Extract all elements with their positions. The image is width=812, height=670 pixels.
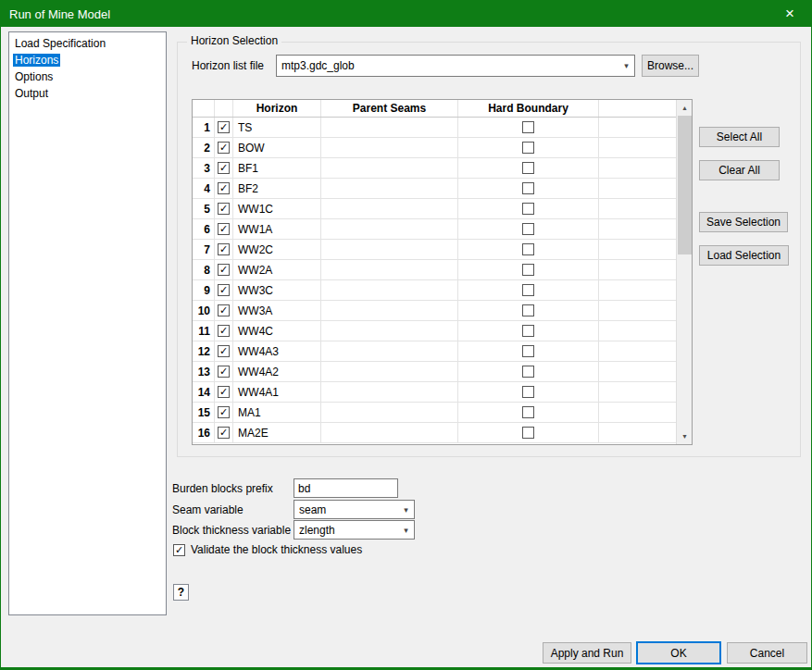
hard-boundary-checkbox[interactable] (522, 345, 534, 357)
validate-thickness-checkbox-row[interactable]: ✓ Validate the block thickness values (173, 543, 362, 556)
horizon-name-cell[interactable]: TS (233, 118, 321, 137)
save-selection-button[interactable]: Save Selection (699, 212, 788, 232)
row-select-checkbox[interactable]: ✓ (218, 182, 230, 194)
horizon-name-cell[interactable]: BF2 (233, 179, 321, 198)
row-select-checkbox[interactable]: ✓ (218, 121, 230, 133)
horizon-list-file-combobox[interactable]: mtp3.gdc_glob ▾ (276, 55, 635, 77)
seam-variable-combobox[interactable]: seam ▾ (294, 500, 415, 519)
scrollbar-thumb[interactable] (678, 116, 692, 254)
parent-seams-cell[interactable] (321, 423, 458, 442)
sidebar-item-load-specification[interactable]: Load Specification (9, 35, 166, 52)
row-select-cell[interactable]: ✓ (215, 260, 233, 279)
hard-boundary-checkbox[interactable] (522, 142, 534, 154)
hard-boundary-cell[interactable] (458, 158, 599, 178)
horizon-name-cell[interactable]: WW2C (233, 240, 321, 259)
hard-boundary-cell[interactable] (458, 423, 599, 442)
row-select-cell[interactable]: ✓ (215, 321, 233, 341)
sidebar-item-output[interactable]: Output (9, 85, 166, 102)
cancel-button[interactable]: Cancel (727, 642, 807, 664)
hard-boundary-checkbox[interactable] (522, 243, 534, 255)
select-all-button[interactable]: Select All (699, 127, 780, 147)
row-select-checkbox[interactable]: ✓ (218, 162, 230, 174)
parent-seams-cell[interactable] (321, 301, 458, 320)
parent-seams-cell[interactable] (321, 382, 458, 402)
horizon-name-cell[interactable]: WW4A1 (233, 382, 321, 402)
hard-boundary-cell[interactable] (458, 138, 599, 157)
parent-seams-cell[interactable] (321, 240, 458, 259)
row-select-cell[interactable]: ✓ (215, 179, 233, 198)
parent-seams-cell[interactable] (321, 321, 458, 341)
scroll-down-icon[interactable]: ▼ (677, 428, 693, 444)
hard-boundary-checkbox[interactable] (522, 264, 534, 276)
hard-boundary-checkbox[interactable] (522, 325, 534, 337)
table-scrollbar[interactable]: ▲ ▼ (676, 100, 692, 444)
hard-boundary-cell[interactable] (458, 341, 599, 361)
hard-boundary-cell[interactable] (458, 260, 599, 279)
row-select-cell[interactable]: ✓ (215, 219, 233, 239)
horizon-name-cell[interactable]: WW1C (233, 199, 321, 218)
load-selection-button[interactable]: Load Selection (699, 245, 789, 266)
hard-boundary-cell[interactable] (458, 118, 599, 137)
row-select-checkbox[interactable]: ✓ (218, 345, 230, 357)
help-button[interactable]: ? (173, 584, 189, 601)
hard-boundary-checkbox[interactable] (522, 203, 534, 215)
hard-boundary-checkbox[interactable] (522, 162, 534, 174)
horizon-name-cell[interactable]: WW4A2 (233, 362, 321, 381)
hard-boundary-cell[interactable] (458, 219, 599, 239)
parent-seams-cell[interactable] (321, 199, 458, 218)
row-select-checkbox[interactable]: ✓ (218, 223, 230, 235)
row-select-checkbox[interactable]: ✓ (218, 142, 230, 154)
row-select-cell[interactable]: ✓ (215, 280, 233, 300)
parent-seams-cell[interactable] (321, 118, 458, 137)
horizon-name-cell[interactable]: WW4A3 (233, 341, 321, 361)
sidebar-item-horizons[interactable]: Horizons (9, 52, 166, 68)
row-select-cell[interactable]: ✓ (215, 138, 233, 157)
horizon-name-cell[interactable]: BF1 (233, 158, 321, 178)
hard-boundary-checkbox[interactable] (522, 182, 534, 194)
ok-button[interactable]: OK (636, 641, 721, 664)
horizon-name-cell[interactable]: WW3C (233, 280, 321, 300)
row-select-cell[interactable]: ✓ (215, 341, 233, 361)
hard-boundary-checkbox[interactable] (522, 406, 534, 418)
row-select-checkbox[interactable]: ✓ (218, 203, 230, 215)
row-select-checkbox[interactable]: ✓ (218, 406, 230, 418)
hard-boundary-cell[interactable] (458, 321, 599, 341)
parent-seams-cell[interactable] (321, 219, 458, 239)
row-select-checkbox[interactable]: ✓ (218, 386, 230, 398)
hard-boundary-cell[interactable] (458, 362, 599, 381)
hard-boundary-checkbox[interactable] (522, 366, 534, 378)
hard-boundary-cell[interactable] (458, 403, 599, 422)
row-select-checkbox[interactable]: ✓ (218, 304, 230, 316)
hard-boundary-checkbox[interactable] (522, 427, 534, 439)
hard-boundary-cell[interactable] (458, 382, 599, 402)
parent-seams-cell[interactable] (321, 280, 458, 300)
parent-seams-cell[interactable] (321, 138, 458, 157)
row-select-checkbox[interactable]: ✓ (218, 284, 230, 296)
row-select-cell[interactable]: ✓ (215, 301, 233, 320)
row-select-checkbox[interactable]: ✓ (218, 264, 230, 276)
close-button[interactable]: × (768, 1, 811, 27)
horizon-name-cell[interactable]: WW3A (233, 301, 321, 320)
row-select-cell[interactable]: ✓ (215, 403, 233, 422)
parent-seams-cell[interactable] (321, 260, 458, 279)
row-select-cell[interactable]: ✓ (215, 362, 233, 381)
parent-seams-cell[interactable] (321, 362, 458, 381)
scroll-up-icon[interactable]: ▲ (677, 100, 693, 116)
parent-seams-cell[interactable] (321, 403, 458, 422)
validate-checkbox[interactable]: ✓ (173, 544, 185, 556)
hard-boundary-cell[interactable] (458, 179, 599, 198)
hard-boundary-cell[interactable] (458, 240, 599, 259)
parent-seams-cell[interactable] (321, 179, 458, 198)
row-select-cell[interactable]: ✓ (215, 240, 233, 259)
row-select-checkbox[interactable]: ✓ (218, 366, 230, 378)
row-select-checkbox[interactable]: ✓ (218, 427, 230, 439)
row-select-cell[interactable]: ✓ (215, 158, 233, 178)
block-thickness-variable-combobox[interactable]: zlength ▾ (294, 520, 415, 540)
horizon-name-cell[interactable]: MA1 (233, 403, 321, 422)
apply-and-run-button[interactable]: Apply and Run (543, 642, 631, 664)
row-select-checkbox[interactable]: ✓ (218, 325, 230, 337)
hard-boundary-checkbox[interactable] (522, 223, 534, 235)
browse-button[interactable]: Browse... (642, 55, 699, 77)
hard-boundary-cell[interactable] (458, 199, 599, 218)
row-select-checkbox[interactable]: ✓ (218, 243, 230, 255)
